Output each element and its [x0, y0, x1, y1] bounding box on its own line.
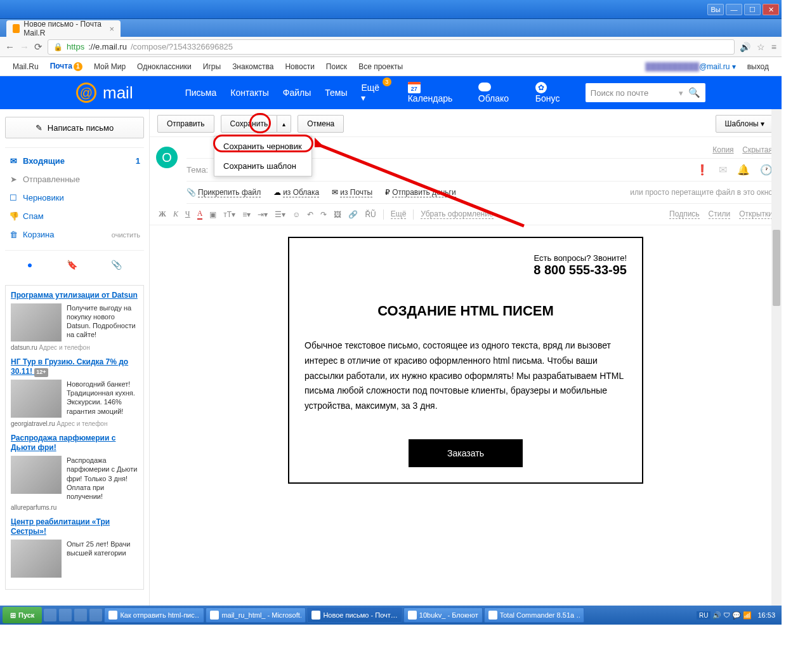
indent-btn[interactable]: ⇥▾ — [258, 210, 268, 219]
scrollbar-thumb[interactable] — [773, 230, 780, 306]
speaker-icon[interactable]: 🔊 — [740, 42, 750, 52]
attach-mail-link[interactable]: из Почты — [340, 188, 372, 197]
nav-letters[interactable]: Письма — [185, 88, 217, 98]
taskbar-item[interactable]: mail_ru_html_ - Microsoft… — [206, 607, 306, 623]
emoji-btn[interactable]: ☺ — [292, 210, 300, 219]
bgcolor-btn[interactable]: ▣ — [209, 210, 216, 219]
folder-item[interactable]: 🗑Корзинаочистить — [5, 225, 144, 244]
image-btn[interactable]: 🖼 — [334, 210, 341, 219]
portal-link[interactable]: Мой Мир — [94, 62, 126, 71]
fmt-more-link[interactable]: Ещё — [391, 209, 407, 219]
ad-title[interactable]: Программа утилизации от Datsun — [11, 291, 138, 301]
window-close-btn[interactable]: ✕ — [763, 4, 779, 15]
taskbar-item[interactable]: 10bukv_ - Блокнот — [403, 607, 483, 623]
ad-title[interactable]: НГ Тур в Грузию. Скидка 7% до 30.11! 12+ — [11, 357, 138, 377]
cards-link[interactable]: Открытки — [739, 209, 773, 219]
nav-calendar[interactable]: 27Календарь — [408, 82, 464, 103]
undo-btn[interactable]: ↶ — [307, 210, 313, 219]
portal-link-mail[interactable]: Почта1 — [50, 62, 82, 71]
attach-cloud-link[interactable]: из Облака — [283, 188, 319, 197]
taskbar-item[interactable]: Total Commander 8.51a … — [484, 607, 584, 623]
priority-icon[interactable]: ❗ — [696, 164, 709, 176]
nav-contacts[interactable]: Контакты — [230, 88, 268, 98]
user-email[interactable]: ██████████@mail.ru ▾ — [645, 62, 736, 71]
start-button[interactable]: ⊞Пуск — [3, 607, 42, 623]
fontsize-btn[interactable]: тТ▾ — [223, 210, 235, 219]
bcc-link[interactable]: Скрытая — [742, 145, 773, 154]
lang-indicator[interactable]: RU — [697, 611, 710, 620]
nav-files[interactable]: Файлы — [283, 88, 311, 98]
list-btn[interactable]: ☰▾ — [275, 210, 285, 219]
cancel-button[interactable]: Отмена — [298, 115, 344, 133]
taskbar-item[interactable]: Как отправить html-пис… — [104, 607, 204, 623]
translit-btn[interactable]: ŘŨ — [365, 210, 376, 219]
receipt-icon[interactable]: ✉ — [719, 164, 727, 176]
templates-button[interactable]: Шаблоны ▾ — [716, 115, 774, 133]
clock[interactable]: 16:53 — [754, 611, 779, 619]
ad-image[interactable] — [11, 456, 62, 494]
align-btn[interactable]: ≡▾ — [242, 210, 251, 219]
tray-icon[interactable]: 📶 — [743, 611, 752, 620]
scrollbar[interactable] — [771, 109, 782, 606]
save-dropdown-toggle[interactable]: ▴ — [277, 115, 291, 133]
unread-filter-icon[interactable]: ● — [27, 260, 32, 270]
nav-bonus[interactable]: ✿Бонус — [535, 82, 572, 103]
portal-link[interactable]: Все проекты — [358, 62, 403, 71]
forward-button[interactable]: → — [20, 41, 29, 52]
attach-filter-icon[interactable]: 📎 — [111, 260, 122, 270]
nav-cloud[interactable]: Облако — [478, 83, 521, 103]
back-button[interactable]: ← — [5, 41, 15, 52]
flagged-filter-icon[interactable]: 🔖 — [67, 260, 77, 270]
bold-btn[interactable]: Ж — [159, 209, 166, 219]
quicklaunch-icon[interactable] — [89, 609, 102, 621]
menu-icon[interactable]: ≡ — [771, 42, 776, 52]
tray-icon[interactable]: 🔊 — [712, 611, 721, 620]
tray-icon[interactable]: 💬 — [732, 611, 741, 620]
star-icon[interactable]: ☆ — [757, 42, 765, 52]
reload-button[interactable]: ⟳ — [34, 41, 43, 53]
send-money-link[interactable]: Отправить деньги — [392, 188, 455, 197]
email-cta-button[interactable]: Заказать — [409, 439, 523, 467]
nav-themes[interactable]: Темы — [325, 88, 347, 98]
folder-item[interactable]: ➤Отправленные — [5, 170, 144, 189]
tray-icon[interactable]: 🛡 — [723, 611, 730, 619]
ad-image[interactable] — [11, 380, 62, 418]
quicklaunch-icon[interactable] — [74, 609, 87, 621]
ad-image[interactable] — [11, 540, 62, 578]
save-button[interactable]: Сохранить — [221, 115, 278, 133]
window-minimize-btn[interactable]: — — [726, 4, 742, 15]
quicklaunch-icon[interactable] — [59, 609, 72, 621]
portal-link[interactable]: Поиск — [326, 62, 347, 71]
browser-tab[interactable]: Новое письмо - Почта Mail.R × — [6, 20, 121, 37]
folder-item[interactable]: ✉Входящие1 — [5, 152, 144, 170]
folder-item[interactable]: ☐Черновики — [5, 189, 144, 207]
taskbar-item[interactable]: Новое письмо - Почт… — [307, 607, 402, 623]
editor-body[interactable]: Есть вопросы? Звоните! 8 800 555-33-95 С… — [150, 225, 782, 585]
attach-file-link[interactable]: Прикрепить файл — [198, 188, 261, 197]
logo[interactable]: @ mail — [76, 83, 133, 103]
fmt-clear-link[interactable]: Убрать оформление — [421, 209, 493, 219]
save-template-item[interactable]: Сохранить шаблон — [214, 156, 311, 176]
folder-item[interactable]: 👎Спам — [5, 207, 144, 225]
quicklaunch-icon[interactable] — [44, 609, 56, 621]
italic-btn[interactable]: К — [173, 209, 178, 219]
notify-icon[interactable]: 🔔 — [737, 164, 750, 176]
schedule-icon[interactable]: 🕐 — [760, 164, 773, 176]
search-input[interactable]: Поиск по почте ▾ 🔍 — [586, 83, 705, 102]
nav-more[interactable]: Ещё ▾3 — [361, 83, 384, 103]
signature-link[interactable]: Подпись — [669, 209, 700, 219]
redo-btn[interactable]: ↷ — [320, 210, 327, 219]
underline-btn[interactable]: Ч — [185, 209, 190, 219]
clear-link[interactable]: очистить — [112, 231, 140, 239]
send-button[interactable]: Отправить — [157, 115, 214, 133]
logout-link[interactable]: выход — [747, 62, 769, 71]
styles-link[interactable]: Стили — [709, 209, 731, 219]
portal-link[interactable]: Одноклассники — [137, 62, 192, 71]
window-lang-btn[interactable]: Вы — [707, 4, 724, 15]
ad-title[interactable]: Центр реабилитации «Три Сестры»! — [11, 517, 138, 537]
portal-link[interactable]: Знакомства — [232, 62, 273, 71]
url-field[interactable]: 🔒 https ://e.mail.ru /compose/?154332669… — [48, 39, 735, 55]
save-draft-item[interactable]: Сохранить черновик — [214, 136, 311, 156]
tab-close-icon[interactable]: × — [109, 24, 114, 34]
color-btn[interactable]: А — [197, 209, 203, 220]
